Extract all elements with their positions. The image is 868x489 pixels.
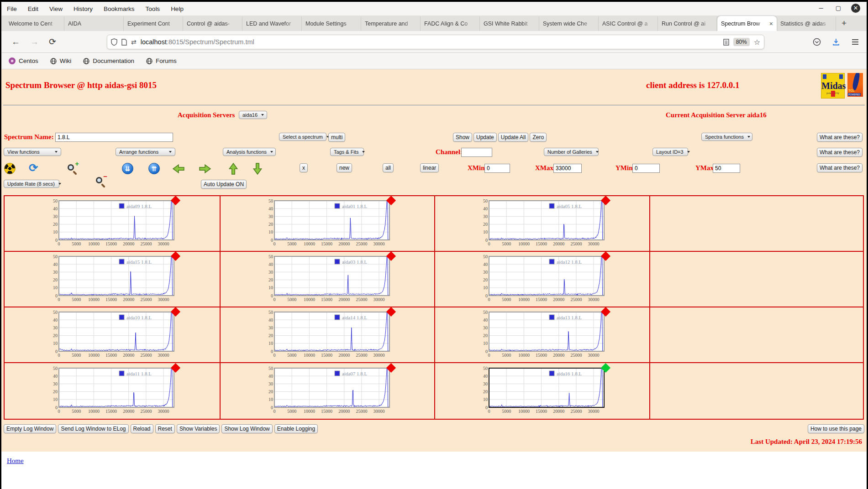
zoom-level-badge[interactable]: 80% bbox=[733, 38, 750, 46]
view-functions-dropdown[interactable]: View functions bbox=[4, 148, 61, 156]
tab-asic-control-a[interactable]: ASIC Control @ a bbox=[599, 16, 658, 31]
arrow-left-icon[interactable] bbox=[172, 163, 185, 174]
enable-logging-button[interactable]: Enable Logging bbox=[274, 424, 318, 433]
spectrum-plot[interactable]: aida10 1.8.L0102030405005000100001500020… bbox=[47, 311, 177, 358]
minimize-button[interactable]: ─ bbox=[816, 4, 826, 13]
auto-update-button[interactable]: Auto Update ON bbox=[201, 180, 247, 189]
linear-button[interactable]: linear bbox=[420, 163, 439, 172]
arrow-up-icon[interactable] bbox=[227, 162, 240, 175]
radioactive-icon[interactable] bbox=[4, 163, 16, 174]
shield-icon[interactable] bbox=[111, 38, 117, 46]
spectrum-plot[interactable]: aida01 1.8.L0102030405005000100001500020… bbox=[263, 199, 393, 247]
refresh-icon[interactable]: ⟳ bbox=[29, 162, 38, 174]
layout-dropdown[interactable]: Layout ID=3 bbox=[652, 148, 688, 156]
menu-help[interactable]: Help bbox=[171, 5, 184, 12]
zero-button[interactable]: Zero bbox=[530, 133, 547, 142]
hamburger-menu-icon[interactable] bbox=[851, 38, 859, 46]
spectrum-panel-aida13[interactable]: aida13 1.8.L0102030405005000100001500020… bbox=[477, 311, 607, 359]
new-tab-button[interactable]: + bbox=[836, 18, 852, 28]
spectrum-panel-aida09[interactable]: aida09 1.8.L0102030405005000100001500020… bbox=[47, 199, 177, 248]
send-log-window-to-elog-button[interactable]: Send Log Window to ELog bbox=[58, 424, 128, 433]
spectrum-panel-aida10[interactable]: aida10 1.8.L0102030405005000100001500020… bbox=[47, 311, 177, 359]
spectrum-plot[interactable]: aida03 1.8.L0102030405005000100001500020… bbox=[263, 255, 393, 302]
reader-mode-icon[interactable] bbox=[723, 39, 729, 46]
analysis-functions-dropdown[interactable]: Analysis functions bbox=[223, 148, 276, 156]
what-are-these-button-1[interactable]: What are these? bbox=[817, 133, 863, 142]
bookmark-forums[interactable]: Forums bbox=[146, 57, 177, 64]
forward-icon[interactable]: → bbox=[30, 37, 39, 47]
url-bar[interactable]: ⇄ localhost:8015/Spectrum/Spectrum.tml 8… bbox=[107, 35, 764, 49]
tab-experiment-cont[interactable]: Experiment Cont bbox=[124, 16, 183, 31]
tab-gsi-white-rabbit[interactable]: GSI White Rabbit bbox=[480, 16, 539, 31]
update-rate-dropdown[interactable]: Update Rate (8 secs) bbox=[4, 180, 59, 188]
reset-button[interactable]: Reset bbox=[155, 424, 175, 433]
spectrum-plot[interactable]: aida05 1.8.L0102030405005000100001500020… bbox=[477, 199, 607, 247]
bookmark-documentation[interactable]: Documentation bbox=[83, 57, 134, 64]
pocket-icon[interactable] bbox=[813, 38, 821, 46]
show-button[interactable]: Show bbox=[453, 133, 472, 142]
arrow-right-icon[interactable] bbox=[199, 163, 211, 174]
tab-led-and-wavefor[interactable]: LED and Wavefor bbox=[242, 16, 302, 31]
tab-fadc-align-co[interactable]: FADC Align & Co bbox=[421, 16, 480, 31]
home-link[interactable]: Home bbox=[7, 457, 24, 465]
what-are-these-button-2[interactable]: What are these? bbox=[817, 148, 863, 157]
xmax-input[interactable] bbox=[553, 164, 582, 173]
update-all-button[interactable]: Update All bbox=[498, 133, 529, 142]
back-icon[interactable]: ← bbox=[11, 37, 20, 47]
reload-button[interactable]: Reload bbox=[131, 424, 153, 433]
tab-control-aidas[interactable]: Control @ aidas- bbox=[183, 16, 242, 31]
spectrum-name-input[interactable] bbox=[55, 133, 173, 142]
how-to-use-button[interactable]: How to use this page bbox=[808, 424, 864, 433]
xmin-input[interactable] bbox=[484, 164, 510, 173]
tags-fits-dropdown[interactable]: Tags & Fits bbox=[330, 148, 364, 156]
x-button[interactable]: x bbox=[300, 163, 308, 172]
tab-module-settings[interactable]: Module Settings bbox=[302, 16, 361, 31]
spectrum-plot[interactable]: aida09 1.8.L0102030405005000100001500020… bbox=[47, 199, 177, 247]
spectrum-panel-aida15[interactable]: aida15 1.8.L0102030405005000100001500020… bbox=[47, 255, 177, 303]
channel-input[interactable] bbox=[461, 148, 492, 157]
download-icon[interactable] bbox=[832, 38, 840, 46]
arrow-down-icon[interactable] bbox=[251, 162, 264, 175]
menu-view[interactable]: View bbox=[49, 5, 63, 12]
tab-temperature-and[interactable]: Temperature and bbox=[361, 16, 421, 31]
bookmark-star-icon[interactable]: ☆ bbox=[754, 38, 760, 47]
select-spectrum-dropdown[interactable]: Select a spectrum bbox=[279, 133, 326, 141]
menu-tools[interactable]: Tools bbox=[146, 5, 160, 12]
spectrum-plot[interactable]: aida15 1.8.L0102030405005000100001500020… bbox=[47, 255, 177, 302]
page-info-icon[interactable] bbox=[121, 39, 127, 46]
spectrum-panel-aida11[interactable]: aida11 1.8.L0102030405005000100001500020… bbox=[47, 367, 177, 415]
spectrum-panel-aida14[interactable]: aida14 1.8.L0102030405005000100001500020… bbox=[263, 311, 393, 359]
tab-spectrum-brow[interactable]: Spectrum Brow× bbox=[717, 16, 777, 31]
spectrum-panel-aida16[interactable]: aida16 1.8.L0102030405005000100001500020… bbox=[477, 367, 607, 415]
spectrum-plot[interactable]: aida07 1.8.L0102030405005000100001500020… bbox=[263, 367, 393, 414]
what-are-these-button-3[interactable]: What are these? bbox=[817, 163, 863, 172]
spectrum-plot[interactable]: aida13 1.8.L0102030405005000100001500020… bbox=[477, 311, 607, 358]
spectrum-panel-aida05[interactable]: aida05 1.8.L0102030405005000100001500020… bbox=[477, 199, 607, 248]
spectrum-plot[interactable]: aida12 1.8.L0102030405005000100001500020… bbox=[477, 255, 607, 302]
ymax-input[interactable] bbox=[713, 164, 740, 173]
zoom-in-icon[interactable]: + bbox=[66, 161, 80, 174]
bookmark-wiki[interactable]: Wiki bbox=[50, 57, 72, 64]
menu-file[interactable]: File bbox=[7, 5, 17, 12]
permissions-icon[interactable]: ⇄ bbox=[131, 38, 137, 46]
menu-edit[interactable]: Edit bbox=[28, 5, 38, 12]
tab-welcome-to-cent[interactable]: Welcome to Cent bbox=[5, 16, 64, 31]
spectrum-plot[interactable]: aida11 1.8.L0102030405005000100001500020… bbox=[47, 367, 177, 414]
maximize-button[interactable]: ▢ bbox=[834, 4, 843, 13]
expand-icon[interactable]: ⇈ bbox=[148, 163, 160, 174]
all-button[interactable]: all bbox=[383, 163, 394, 172]
collapse-icon[interactable]: ⇊ bbox=[122, 163, 133, 174]
spectra-functions-dropdown[interactable]: Spectra functions bbox=[701, 133, 752, 141]
show-variables-button[interactable]: Show Variables bbox=[177, 424, 220, 433]
arrange-functions-dropdown[interactable]: Arrange functions bbox=[116, 148, 175, 156]
new-button[interactable]: new bbox=[337, 163, 352, 172]
tab-run-control-ai[interactable]: Run Control @ ai bbox=[658, 16, 717, 31]
spectrum-panel-aida01[interactable]: aida01 1.8.L0102030405005000100001500020… bbox=[263, 199, 393, 248]
show-log-window-button[interactable]: Show Log Window bbox=[221, 424, 272, 433]
spectrum-plot[interactable]: aida14 1.8.L0102030405005000100001500020… bbox=[263, 311, 393, 358]
galleries-dropdown[interactable]: Number of Galleries bbox=[544, 148, 599, 156]
spectrum-panel-aida12[interactable]: aida12 1.8.L0102030405005000100001500020… bbox=[477, 255, 607, 303]
multi-button[interactable]: multi bbox=[328, 133, 345, 142]
menu-bookmarks[interactable]: Bookmarks bbox=[104, 5, 135, 12]
bookmark-centos[interactable]: Centos bbox=[9, 57, 38, 64]
